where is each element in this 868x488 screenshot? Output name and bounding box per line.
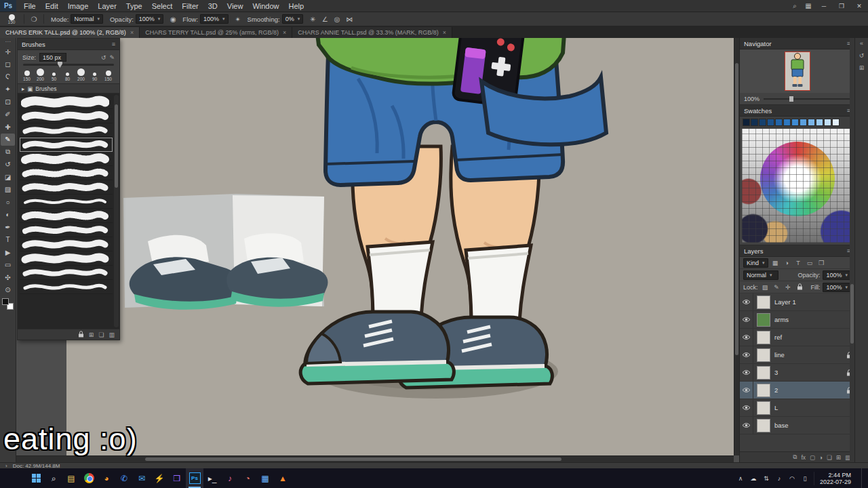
color-swatch-5[interactable] <box>783 119 791 126</box>
taskbar-app-messenger[interactable]: ✆ <box>115 468 133 488</box>
new-layer-icon[interactable]: ⊞ <box>836 454 841 461</box>
brush-preset-soft-round-thick[interactable] <box>20 95 113 109</box>
brush-preset-fine-stroke[interactable] <box>20 280 113 294</box>
taskbar-app-media-player[interactable]: ♪ <box>221 468 239 488</box>
brush-preset-picker[interactable]: 150 <box>3 14 20 24</box>
color-swatch-pair[interactable] <box>2 298 14 310</box>
taskbar-app-start[interactable] <box>27 468 45 488</box>
brush-tip-90[interactable]: 90 <box>88 73 101 81</box>
close-button[interactable]: ✕ <box>850 0 868 12</box>
lock-brush-icon[interactable] <box>78 331 84 339</box>
shape-tool[interactable]: ▭ <box>1 259 15 272</box>
menu-help[interactable]: Help <box>284 0 309 12</box>
menu-edit[interactable]: Edit <box>41 0 63 12</box>
hand-tool[interactable]: ✣ <box>1 271 15 284</box>
slider-knob[interactable] <box>58 62 62 68</box>
airbrush-icon[interactable]: ✴ <box>232 16 244 23</box>
toolbar-ellipsis-icon[interactable]: ⋯ <box>5 39 11 45</box>
foreground-color-swatch[interactable] <box>2 298 9 305</box>
brush-size-slider[interactable] <box>23 64 114 66</box>
layer-row-ref[interactable]: ref <box>740 329 854 346</box>
lasso-tool[interactable]: Ϛ <box>1 70 15 83</box>
taskbar-app-vlc[interactable]: ▲ <box>274 468 292 488</box>
color-swatch-9[interactable] <box>816 119 823 126</box>
zoom-tool[interactable]: ⊙ <box>1 284 15 297</box>
layer-thumbnail[interactable] <box>757 313 770 327</box>
tab-close-icon[interactable]: × <box>130 29 134 36</box>
dodge-tool[interactable]: ◐ <box>1 209 15 222</box>
color-swatch-8[interactable] <box>808 119 815 126</box>
delete-brush-icon[interactable]: ▥ <box>108 331 115 338</box>
new-group-icon[interactable]: ❏ <box>98 331 104 338</box>
taskbar-app-terminal[interactable]: ▸_ <box>203 468 221 488</box>
mode-select[interactable]: Normal▾ <box>71 14 103 24</box>
layer-effects-icon[interactable]: fx <box>801 454 806 461</box>
visibility-eye-icon[interactable] <box>740 364 753 381</box>
menu-view[interactable]: View <box>222 0 248 12</box>
navigator-preview[interactable] <box>740 49 854 93</box>
brush-preset-spatter[interactable] <box>20 166 113 180</box>
document-canvas[interactable] <box>66 38 739 455</box>
layer-mask-icon[interactable]: ▢ <box>810 454 815 461</box>
eraser-tool[interactable]: ◪ <box>1 171 15 184</box>
brush-size-value[interactable]: 150 px <box>39 53 66 62</box>
navigator-zoom-slider[interactable] <box>764 98 850 100</box>
color-swatch-11[interactable] <box>832 119 840 126</box>
brush-preset-hard-round-thin[interactable] <box>20 195 113 209</box>
type-tool[interactable]: T <box>1 234 15 247</box>
lock-pixels-icon[interactable]: ✎ <box>772 284 781 291</box>
minimize-button[interactable]: ─ <box>815 0 833 12</box>
color-swatch-4[interactable] <box>775 119 783 126</box>
pressure-size-icon[interactable]: ◎ <box>331 16 343 23</box>
layer-filter-kind-select[interactable]: Kind▾ <box>743 258 768 268</box>
brush-preset-noise-texture[interactable] <box>20 152 113 166</box>
visibility-eye-icon[interactable] <box>740 329 753 346</box>
color-palette-grid[interactable] <box>742 129 852 243</box>
document-tab[interactable]: CHARS TERRY TALL.psd @ 25% (arms, RGB/8)… <box>140 27 292 38</box>
folder-arrow-icon[interactable]: ▸ <box>22 85 24 92</box>
brush-folder-row[interactable]: ▸ ▣ Brushes <box>18 84 119 94</box>
brush-preset-round-stroke[interactable] <box>20 251 113 266</box>
history-panel-icon[interactable]: ↺ <box>859 52 865 59</box>
blend-mode-select[interactable]: Normal ▾ <box>743 270 778 280</box>
brush-angle-icon[interactable]: ∠ <box>319 16 331 23</box>
brush-preset-soft-round[interactable] <box>20 109 113 123</box>
brush-tip-200[interactable]: 200 <box>34 68 47 81</box>
layer-row-line[interactable]: line <box>740 346 854 364</box>
brush-preset-spray[interactable] <box>20 209 113 223</box>
filter-shape-layers-icon[interactable]: ▭ <box>806 260 814 266</box>
history-brush-tool[interactable]: ↺ <box>1 159 15 171</box>
layer-row-3[interactable]: 3 <box>740 364 854 382</box>
brush-preset-taper-stroke[interactable] <box>20 138 113 152</box>
lock-transparency-icon[interactable]: ▨ <box>761 284 770 291</box>
link-layers-icon[interactable]: ⧉ <box>793 453 797 461</box>
taskbar-app-thunderbird[interactable]: ✉ <box>133 468 151 488</box>
edit-brush-icon[interactable]: ✎ <box>109 54 115 61</box>
document-tab[interactable]: CHARS ANNIE TALL.psd @ 33.3% (MARK, RGB/… <box>292 27 452 38</box>
properties-panel-icon[interactable]: ⊞ <box>859 64 865 71</box>
tab-close-icon[interactable]: × <box>283 29 286 36</box>
brush-preset-soft-round-medium[interactable] <box>20 123 113 138</box>
color-swatch-1[interactable] <box>751 119 758 126</box>
menu-layer[interactable]: Layer <box>93 0 121 12</box>
brush-tool[interactable]: ✎ <box>1 134 15 146</box>
network-icon[interactable]: ◠ <box>788 475 796 482</box>
brush-tip-200[interactable]: 200 <box>75 68 87 81</box>
visibility-eye-icon[interactable] <box>740 382 753 399</box>
filter-type-layers-icon[interactable]: T <box>794 260 803 266</box>
tab-close-icon[interactable]: × <box>443 29 446 36</box>
swatches-header[interactable]: Swatches ≡ <box>740 105 854 117</box>
filter-pixel-layers-icon[interactable]: ▦ <box>771 260 780 266</box>
color-swatch-0[interactable] <box>743 119 750 126</box>
taskbar-app-chrome[interactable] <box>80 468 98 488</box>
brushes-panel-header[interactable]: Brushes ≡ <box>18 39 119 50</box>
navigator-zoom-value[interactable]: 100% <box>744 96 760 102</box>
taskbar-app-photoshop[interactable]: Ps <box>186 468 203 488</box>
move-tool[interactable]: ✛ <box>1 45 15 58</box>
layer-thumbnail[interactable] <box>757 384 770 397</box>
layer-thumbnail[interactable] <box>757 366 770 380</box>
visibility-eye-icon[interactable] <box>740 346 753 363</box>
color-swatch-10[interactable] <box>824 119 831 126</box>
vscroll-thumb[interactable] <box>735 63 738 355</box>
brush-list-scrollbar[interactable] <box>114 95 119 327</box>
